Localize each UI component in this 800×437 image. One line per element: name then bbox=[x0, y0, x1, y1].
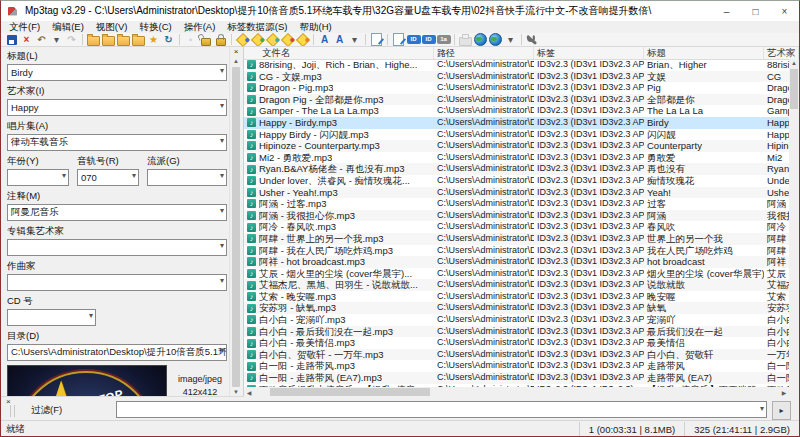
web-source-icon[interactable] bbox=[474, 33, 487, 46]
table-row[interactable]: ♪Dragon - Pig.mp3C:\Users\Administrator\… bbox=[244, 82, 789, 94]
remove-tag-icon[interactable]: × bbox=[20, 33, 33, 46]
table-row[interactable]: ♪白小白 - 最后我们没在一起.mp3C:\Users\Administrato… bbox=[244, 326, 789, 338]
tag-blue-icon[interactable] bbox=[236, 33, 249, 46]
text-file-icon[interactable]: ▪ bbox=[184, 33, 197, 46]
refresh-icon[interactable]: ↻ bbox=[162, 33, 175, 46]
folder-playlist-icon[interactable] bbox=[117, 33, 130, 46]
tag-red-icon[interactable] bbox=[281, 33, 294, 46]
horizontal-scrollbar[interactable]: ◀ ▶ bbox=[244, 387, 789, 397]
id3v2-icon[interactable]: ID bbox=[422, 33, 435, 46]
table-row[interactable]: ♪Usher - Yeah!.mp3C:\Users\Administrator… bbox=[244, 187, 789, 199]
font-case2-icon[interactable]: A bbox=[333, 33, 346, 46]
panel-scrollbar[interactable]: × ▲ ▼ bbox=[229, 47, 242, 397]
scroll-thumb[interactable] bbox=[232, 67, 240, 387]
tag-green-icon[interactable] bbox=[251, 33, 264, 46]
table-row[interactable]: ♪艾辰 - 烟火里的尘埃 (cover华晨宇)...C:\Users\Admin… bbox=[244, 268, 789, 280]
table-row[interactable]: ♪白一阳 - 走路带风.mp3C:\Users\Administrator\De… bbox=[244, 360, 789, 372]
table-row[interactable]: ♪Ryan.B&AY杨佬叁 - 再也没有.mp3C:\Users\Adminis… bbox=[244, 163, 789, 175]
scroll-thumb[interactable] bbox=[790, 69, 798, 109]
id3v1-icon[interactable]: ID bbox=[407, 33, 420, 46]
options-icon[interactable] bbox=[526, 33, 539, 46]
table-row[interactable]: ♪Happy - Birdy.mp3C:\Users\Administrator… bbox=[244, 117, 789, 129]
table-row[interactable]: ♪Gamper - The La La La.mp3C:\Users\Admin… bbox=[244, 105, 789, 117]
tag-cyan-icon[interactable] bbox=[266, 33, 279, 46]
add-directory-icon[interactable] bbox=[102, 33, 115, 46]
genre-field[interactable]: ▾ bbox=[147, 169, 227, 186]
unlock-icon[interactable] bbox=[199, 33, 212, 46]
scroll-up-icon[interactable]: ▲ bbox=[789, 59, 799, 68]
album-field[interactable]: 律动车载音乐▾ bbox=[7, 134, 227, 151]
column-header-filename[interactable]: 文件名 bbox=[244, 47, 434, 59]
table-row[interactable]: ♪白小白、贺敬轩 - 一万年.mp3C:\Users\Administrator… bbox=[244, 349, 789, 361]
table-row[interactable]: ♪阿涵 - 过客.mp3C:\Users\Administrator\Deskt… bbox=[244, 198, 789, 210]
menu-tag-sources[interactable]: 标签数据源(S) bbox=[221, 21, 293, 33]
close-icon[interactable]: × bbox=[770, 1, 799, 21]
title-field[interactable]: Birdy▾ bbox=[7, 64, 227, 81]
scroll-right-icon[interactable]: ▶ bbox=[779, 389, 789, 396]
column-header-artist[interactable]: 艺术家 bbox=[764, 47, 799, 59]
filter-grip[interactable] bbox=[10, 405, 15, 417]
lock-icon[interactable] bbox=[214, 33, 227, 46]
menu-view[interactable]: 视图(V) bbox=[90, 21, 134, 33]
table-row[interactable]: ♪白一阳 - 走路带风 (EA7).mp3C:\Users\Administra… bbox=[244, 372, 789, 384]
menu-help[interactable]: 帮助(H) bbox=[294, 21, 338, 33]
scroll-thumb[interactable] bbox=[270, 388, 430, 396]
filter-input[interactable]: ▾ bbox=[116, 401, 767, 418]
year-field[interactable]: ▾ bbox=[7, 169, 69, 186]
case-dropdown-icon[interactable]: ▾ bbox=[348, 33, 361, 46]
scroll-up-icon[interactable]: ▲ bbox=[231, 57, 241, 66]
vertical-scrollbar[interactable]: ▲ bbox=[789, 59, 799, 387]
table-row[interactable]: ♪艾索 - 晚安喔.mp3C:\Users\Administrator\Desk… bbox=[244, 291, 789, 303]
tag-orange-icon[interactable] bbox=[296, 33, 309, 46]
change-directory-icon[interactable] bbox=[87, 33, 100, 46]
folder-up-icon[interactable] bbox=[132, 33, 145, 46]
column-header-title[interactable]: 标题 bbox=[644, 47, 764, 59]
table-row[interactable]: ♪阿肆 - 世界上的另一个我.mp3C:\Users\Administrator… bbox=[244, 233, 789, 245]
table-row[interactable]: ♪阿涵 - 我很担心你.mp3C:\Users\Administrator\De… bbox=[244, 210, 789, 222]
table-row[interactable]: ♪艾福杰尼、黑旭、田羽生 - 说散就散...C:\Users\Administr… bbox=[244, 279, 789, 291]
filter-apply-button[interactable]: ▸ bbox=[772, 401, 791, 420]
table-row[interactable]: ♪Dragon Pig - 全部都是你.mp3C:\Users\Administ… bbox=[244, 94, 789, 106]
table-row[interactable]: ♪Hipinoze - Counterparty.mp3C:\Users\Adm… bbox=[244, 140, 789, 152]
save-tag-icon[interactable] bbox=[5, 33, 18, 46]
scroll-left-icon[interactable]: ◀ bbox=[244, 389, 254, 396]
font-case-icon[interactable]: A bbox=[318, 33, 331, 46]
undo-dropdown-icon[interactable]: ▾ bbox=[50, 33, 63, 46]
menu-convert[interactable]: 转换(C) bbox=[133, 21, 177, 33]
print-icon[interactable] bbox=[459, 33, 472, 46]
menu-file[interactable]: 文件(F) bbox=[3, 21, 46, 33]
web-source2-icon[interactable] bbox=[489, 33, 502, 46]
menu-edit[interactable]: 编辑(E) bbox=[46, 21, 90, 33]
maximize-icon[interactable]: □ bbox=[741, 1, 770, 21]
numbering-icon[interactable]: 1a bbox=[437, 33, 450, 46]
redo-icon[interactable]: ↷ bbox=[65, 33, 78, 46]
column-header-tag[interactable]: 标签 bbox=[534, 47, 644, 59]
track-field[interactable]: 070▾ bbox=[77, 169, 139, 186]
edit-note-icon[interactable] bbox=[370, 33, 383, 46]
comment-field[interactable]: 阿曼尼音乐▾ bbox=[7, 204, 227, 221]
artist-field[interactable]: Happy▾ bbox=[7, 99, 227, 116]
playlist-icon[interactable] bbox=[392, 33, 405, 46]
table-row[interactable]: ♪88rising、Joji、Rich - Brian、Highe...C:\U… bbox=[244, 59, 789, 71]
table-row[interactable]: ♪Mi2 - 勇敢爱.mp3C:\Users\Administrator\Des… bbox=[244, 152, 789, 164]
table-row[interactable]: ♪CG - 文娱.mp3C:\Users\Administrator\Deskt… bbox=[244, 71, 789, 83]
table-row[interactable]: ♪阿祥 - hot broadcast.mp3C:\Users\Administ… bbox=[244, 256, 789, 268]
minimize-icon[interactable]: – bbox=[712, 1, 741, 21]
table-row[interactable]: ♪阿冷 - 春风吹.mp3C:\Users\Administrator\Desk… bbox=[244, 221, 789, 233]
table-row[interactable]: ♪Happy Birdy - 闪闪靓.mp3C:\Users\Administr… bbox=[244, 129, 789, 141]
menu-actions[interactable]: 操作(A) bbox=[178, 21, 222, 33]
table-row[interactable]: ♪白小白 - 宠溺吖.mp3C:\Users\Administrator\Des… bbox=[244, 314, 789, 326]
panel-close-icon[interactable]: × bbox=[230, 47, 242, 57]
table-row[interactable]: ♪白小白 - 最美情侣.mp3C:\Users\Administrator\De… bbox=[244, 337, 789, 349]
undo-icon[interactable]: ↶ bbox=[35, 33, 48, 46]
table-row[interactable]: ♪Under lover、洪睿风 - 痴情玫瑰花...C:\Users\Admi… bbox=[244, 175, 789, 187]
column-header-path[interactable]: 路径 bbox=[434, 47, 534, 59]
table-row[interactable]: ♪安苏羽 - 缺氧.mp3C:\Users\Administrator\Desk… bbox=[244, 302, 789, 314]
disc-field[interactable]: ▾ bbox=[7, 309, 96, 326]
album-artist-field[interactable]: ▾ bbox=[7, 239, 227, 256]
favorites-icon[interactable]: ★ bbox=[147, 33, 160, 46]
web-dropdown-icon[interactable]: ▾ bbox=[504, 33, 517, 46]
table-row[interactable]: ♪阿肆 - 我在人民广场吃炸鸡.mp3C:\Users\Administrato… bbox=[244, 245, 789, 257]
directory-field[interactable]: C:\Users\Administrator\Desktop\提升10倍音质5.… bbox=[7, 344, 227, 361]
composer-field[interactable]: ▾ bbox=[7, 274, 227, 291]
